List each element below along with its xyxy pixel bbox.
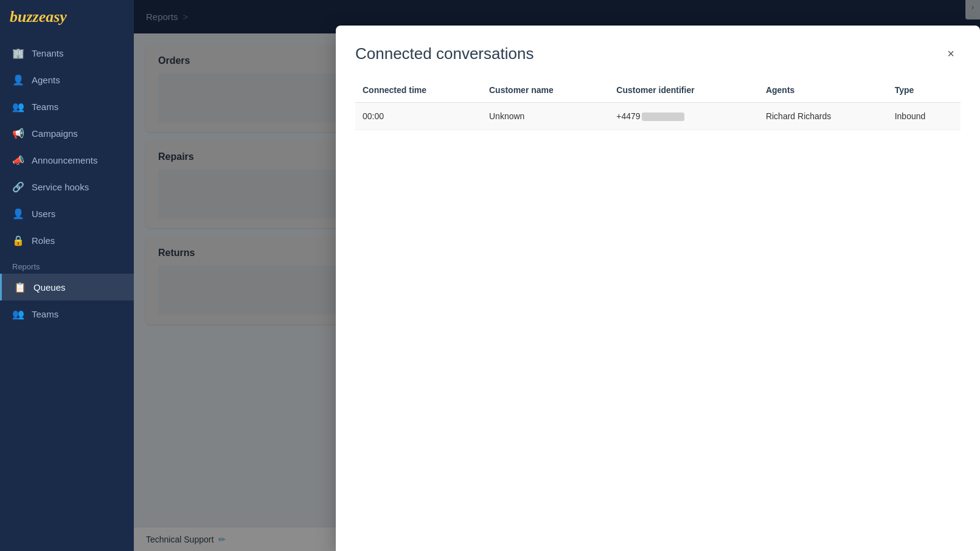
roles-icon: 🔒	[12, 234, 24, 246]
tenants-icon: 🏢	[12, 47, 24, 59]
sidebar-item-campaigns[interactable]: 📢 Campaigns	[0, 120, 134, 147]
sidebar-label-campaigns: Campaigns	[32, 128, 78, 139]
connected-conversations-modal: Connected conversations × Connected time…	[336, 26, 980, 551]
sidebar-label-announcements: Announcements	[32, 155, 97, 165]
sidebar-label-teams-reports: Teams	[32, 309, 58, 319]
sidebar-label-agents: Agents	[32, 75, 60, 85]
sidebar-item-teams[interactable]: 👥 Teams	[0, 93, 134, 120]
sidebar-label-tenants: Tenants	[32, 48, 64, 58]
teams-icon: 👥	[12, 100, 24, 113]
agents-icon: 👤	[12, 74, 24, 86]
cell-customer-identifier: +4479	[609, 103, 759, 130]
conversations-table: Connected time Customer name Customer id…	[355, 80, 961, 130]
service-hooks-icon: 🔗	[12, 181, 24, 193]
sidebar-item-roles[interactable]: 🔒 Roles	[0, 227, 134, 254]
app-logo: buzzeasy	[10, 8, 67, 26]
sidebar-label-queues: Queues	[33, 282, 66, 293]
reports-section-label: Reports	[0, 254, 134, 274]
modal-title: Connected conversations	[355, 44, 533, 63]
sidebar-item-queues[interactable]: 📋 Queues	[0, 274, 134, 300]
customer-id-blurred	[642, 113, 684, 121]
sidebar: buzzeasy 🏢 Tenants 👤 Agents 👥 Teams 📢 Ca…	[0, 0, 134, 551]
col-connected-time: Connected time	[355, 80, 482, 103]
announcements-icon: 📣	[12, 154, 24, 166]
col-type: Type	[888, 80, 961, 103]
sidebar-nav: 🏢 Tenants 👤 Agents 👥 Teams 📢 Campaigns 📣…	[0, 33, 134, 551]
sidebar-item-users[interactable]: 👤 Users	[0, 200, 134, 227]
teams-reports-icon: 👥	[12, 308, 24, 320]
col-customer-identifier: Customer identifier	[609, 80, 759, 103]
users-icon: 👤	[12, 207, 24, 220]
cell-customer-name: Unknown	[482, 103, 609, 130]
sidebar-item-teams-reports[interactable]: 👥 Teams	[0, 300, 134, 327]
sidebar-label-users: Users	[32, 209, 55, 219]
sidebar-logo: buzzeasy	[0, 0, 134, 33]
cell-agents: Richard Richards	[759, 103, 888, 130]
table-header: Connected time Customer name Customer id…	[355, 80, 961, 103]
cell-connected-time: 00:00	[355, 103, 482, 130]
sidebar-item-service-hooks[interactable]: 🔗 Service hooks	[0, 173, 134, 200]
customer-id-prefix: +4479	[616, 111, 640, 121]
col-customer-name: Customer name	[482, 80, 609, 103]
main-area: Reports > Orders Repairs Returns › › › T…	[134, 0, 980, 551]
sidebar-label-roles: Roles	[32, 235, 55, 246]
cell-type: Inbound	[888, 103, 961, 130]
sidebar-item-tenants[interactable]: 🏢 Tenants	[0, 40, 134, 66]
modal-close-button[interactable]: ×	[941, 44, 961, 63]
sidebar-item-announcements[interactable]: 📣 Announcements	[0, 147, 134, 173]
table-row: 00:00 Unknown +4479 Richard Richards Inb…	[355, 103, 961, 130]
sidebar-item-agents[interactable]: 👤 Agents	[0, 66, 134, 93]
queues-icon: 📋	[14, 281, 26, 293]
modal-header: Connected conversations ×	[355, 44, 961, 63]
table-body: 00:00 Unknown +4479 Richard Richards Inb…	[355, 103, 961, 130]
sidebar-label-teams: Teams	[32, 102, 58, 112]
sidebar-label-service-hooks: Service hooks	[32, 182, 89, 192]
campaigns-icon: 📢	[12, 127, 24, 139]
table-header-row: Connected time Customer name Customer id…	[355, 80, 961, 103]
col-agents: Agents	[759, 80, 888, 103]
